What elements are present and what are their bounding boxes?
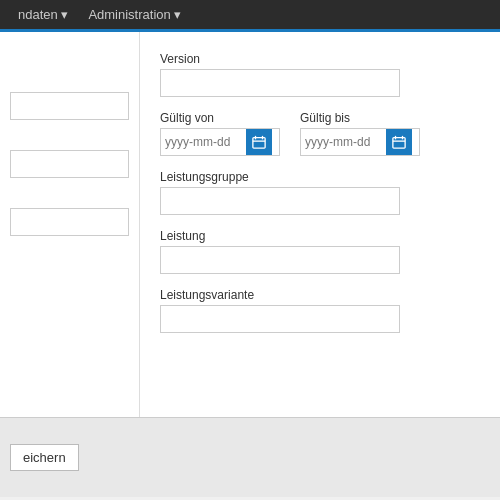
- leistung-group: Leistung: [160, 229, 480, 274]
- version-input[interactable]: [160, 69, 400, 97]
- page-layout: Version Gültig von: [0, 32, 500, 497]
- date-row: Gültig von: [160, 111, 480, 156]
- nav-ndaten-label: ndaten ▾: [18, 7, 68, 22]
- leistungsvariante-input[interactable]: [160, 305, 400, 333]
- left-input-3[interactable]: [10, 208, 129, 236]
- leistung-input[interactable]: [160, 246, 400, 274]
- gueltig-von-input[interactable]: [161, 129, 246, 155]
- leistungsvariante-group: Leistungsvariante: [160, 288, 480, 333]
- gueltig-von-label: Gültig von: [160, 111, 280, 125]
- gueltig-von-input-wrapper: [160, 128, 280, 156]
- svg-rect-4: [393, 138, 405, 149]
- left-panel: [0, 32, 140, 417]
- leistungsgruppe-group: Leistungsgruppe: [160, 170, 480, 215]
- gueltig-von-group: Gültig von: [160, 111, 280, 156]
- svg-rect-0: [253, 138, 265, 149]
- footer-area: eichern: [0, 417, 500, 497]
- version-group: Version: [160, 52, 480, 97]
- leistungsvariante-label: Leistungsvariante: [160, 288, 480, 302]
- gueltig-bis-group: Gültig bis: [300, 111, 420, 156]
- left-input-1[interactable]: [10, 92, 129, 120]
- nav-administration[interactable]: Administration ▾: [78, 0, 191, 29]
- version-label: Version: [160, 52, 480, 66]
- leistungsgruppe-input[interactable]: [160, 187, 400, 215]
- navbar: ndaten ▾ Administration ▾: [0, 0, 500, 32]
- nav-ndaten[interactable]: ndaten ▾: [8, 0, 78, 29]
- gueltig-bis-label: Gültig bis: [300, 111, 420, 125]
- right-panel: Version Gültig von: [140, 32, 500, 417]
- gueltig-bis-input-wrapper: [300, 128, 420, 156]
- gueltig-von-calendar-icon[interactable]: [246, 129, 272, 155]
- gueltig-bis-calendar-icon[interactable]: [386, 129, 412, 155]
- leistungsgruppe-label: Leistungsgruppe: [160, 170, 480, 184]
- leistung-label: Leistung: [160, 229, 480, 243]
- nav-administration-label: Administration ▾: [88, 7, 181, 22]
- left-input-2[interactable]: [10, 150, 129, 178]
- content-area: Version Gültig von: [0, 32, 500, 417]
- form-wrapper: Version Gültig von: [160, 52, 480, 417]
- save-button[interactable]: eichern: [10, 444, 79, 471]
- gueltig-bis-input[interactable]: [301, 129, 386, 155]
